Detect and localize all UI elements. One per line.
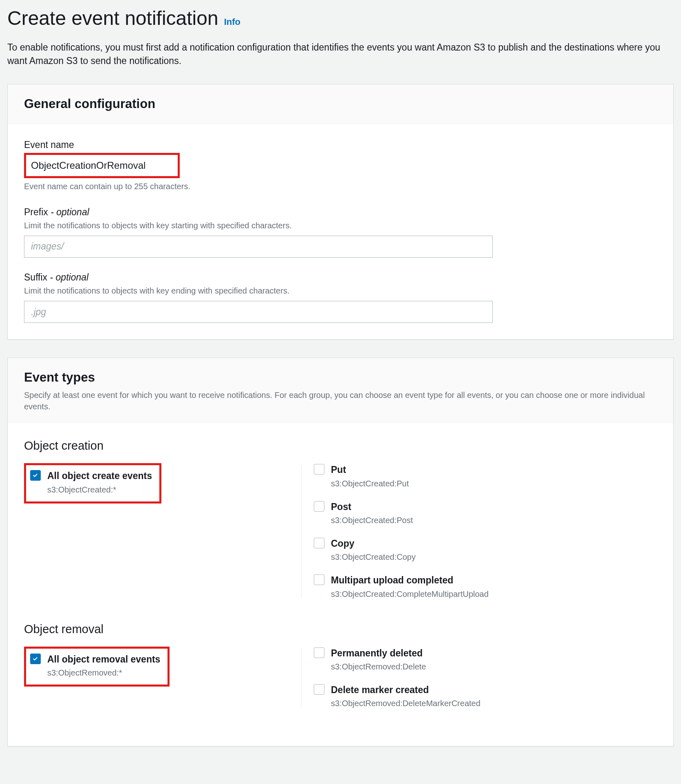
event-name-input[interactable]: [29, 157, 175, 174]
event-all-highlight: All object create eventss3:ObjectCreated…: [24, 463, 161, 503]
checkbox-label: Permanently deleted: [331, 647, 426, 660]
event-items-column: Puts3:ObjectCreated:PutPosts3:ObjectCrea…: [314, 463, 657, 600]
suffix-optional: - optional: [50, 272, 89, 283]
checkbox-label: All object removal events: [47, 653, 160, 666]
suffix-input[interactable]: [24, 301, 493, 323]
event-section-title: Object removal: [24, 621, 657, 638]
checkbox-label: All object create events: [47, 469, 152, 483]
event-name-label: Event name: [24, 138, 657, 152]
checkbox-label: Delete marker created: [331, 683, 480, 697]
panel-body: Object creationAll object create eventss…: [8, 422, 673, 746]
field-prefix: Prefix - optional Limit the notification…: [24, 205, 657, 258]
checkbox-label: Put: [331, 463, 409, 477]
checkbox-copy[interactable]: Copys3:ObjectCreated:Copy: [314, 537, 657, 563]
prefix-label: Prefix - optional: [24, 205, 657, 219]
prefix-hint: Limit the notifications to objects with …: [24, 220, 657, 232]
event-section-object-creation: Object creationAll object create eventss…: [24, 437, 657, 600]
checkbox-multipart-upload-completed[interactable]: Multipart upload completeds3:ObjectCreat…: [314, 574, 657, 600]
checkbox-sublabel: s3:ObjectCreated:*: [47, 484, 152, 496]
checkbox-delete-marker-created[interactable]: Delete marker createds3:ObjectRemoved:De…: [314, 683, 657, 709]
prefix-input[interactable]: [24, 236, 493, 258]
panel-header: General configuration: [8, 84, 673, 124]
panel-title: General configuration: [24, 95, 657, 113]
checkbox-icon[interactable]: [314, 538, 324, 548]
event-name-highlight: [24, 153, 180, 178]
checkbox-icon[interactable]: [314, 464, 324, 475]
event-items-column: Permanently deleteds3:ObjectRemoved:Dele…: [314, 647, 657, 710]
checkbox-icon[interactable]: [314, 574, 324, 585]
checkbox-put[interactable]: Puts3:ObjectCreated:Put: [314, 463, 657, 489]
checkbox-sublabel: s3:ObjectCreated:Post: [331, 515, 413, 526]
checkbox-icon[interactable]: [314, 684, 324, 695]
event-section-title: Object creation: [24, 437, 657, 454]
column-divider: [301, 649, 302, 707]
panel-title: Event types: [24, 369, 657, 387]
checkbox-all-object-removal[interactable]: All object removal eventss3:ObjectRemove…: [30, 653, 160, 679]
info-link[interactable]: Info: [224, 15, 240, 29]
checkbox-sublabel: s3:ObjectCreated:Put: [331, 478, 409, 490]
checkbox-icon[interactable]: [314, 501, 324, 512]
panel-subtitle: Specify at least one event for which you…: [24, 389, 657, 412]
page-title: Create event notification: [7, 4, 218, 33]
checkbox-label: Copy: [331, 537, 416, 550]
checkbox-sublabel: s3:ObjectCreated:Copy: [331, 551, 416, 563]
checkbox-all-object-creation[interactable]: All object create eventss3:ObjectCreated…: [30, 469, 152, 495]
checkbox-permanently-deleted[interactable]: Permanently deleteds3:ObjectRemoved:Dele…: [314, 647, 657, 673]
checkbox-icon[interactable]: [314, 647, 324, 658]
checkbox-icon[interactable]: [30, 654, 41, 664]
checkbox-sublabel: s3:ObjectCreated:CompleteMultipartUpload: [331, 588, 489, 600]
event-all-column: All object create eventss3:ObjectCreated…: [24, 463, 301, 503]
suffix-label: Suffix - optional: [24, 271, 657, 284]
panel-body: Event name Event name can contain up to …: [8, 124, 673, 339]
event-all-highlight: All object removal eventss3:ObjectRemove…: [24, 647, 170, 687]
checkbox-sublabel: s3:ObjectRemoved:DeleteMarkerCreated: [331, 698, 480, 709]
column-divider: [301, 466, 302, 597]
panel-general-configuration: General configuration Event name Event n…: [7, 84, 674, 340]
suffix-label-text: Suffix: [24, 272, 47, 283]
field-suffix: Suffix - optional Limit the notification…: [24, 271, 657, 323]
event-name-hint: Event name can contain up to 255 charact…: [24, 181, 657, 192]
suffix-hint: Limit the notifications to objects with …: [24, 285, 657, 297]
checkbox-post[interactable]: Posts3:ObjectCreated:Post: [314, 500, 657, 526]
prefix-label-text: Prefix: [24, 207, 48, 217]
field-event-name: Event name Event name can contain up to …: [24, 138, 657, 192]
panel-header: Event types Specify at least one event f…: [8, 358, 673, 422]
panel-event-types: Event types Specify at least one event f…: [7, 358, 674, 746]
page-description: To enable notifications, you must first …: [7, 41, 672, 68]
checkbox-sublabel: s3:ObjectRemoved:Delete: [331, 661, 426, 673]
prefix-optional: - optional: [51, 207, 89, 217]
event-section-object-removal: Object removalAll object removal eventss…: [24, 621, 657, 710]
checkbox-label: Multipart upload completed: [331, 574, 489, 587]
checkbox-sublabel: s3:ObjectRemoved:*: [47, 667, 160, 679]
event-columns: All object removal eventss3:ObjectRemove…: [24, 647, 657, 710]
event-columns: All object create eventss3:ObjectCreated…: [24, 463, 657, 600]
page-header: Create event notification Info To enable…: [7, 0, 674, 84]
checkbox-label: Post: [331, 500, 413, 514]
checkbox-icon[interactable]: [30, 470, 41, 481]
event-all-column: All object removal eventss3:ObjectRemove…: [24, 647, 301, 687]
